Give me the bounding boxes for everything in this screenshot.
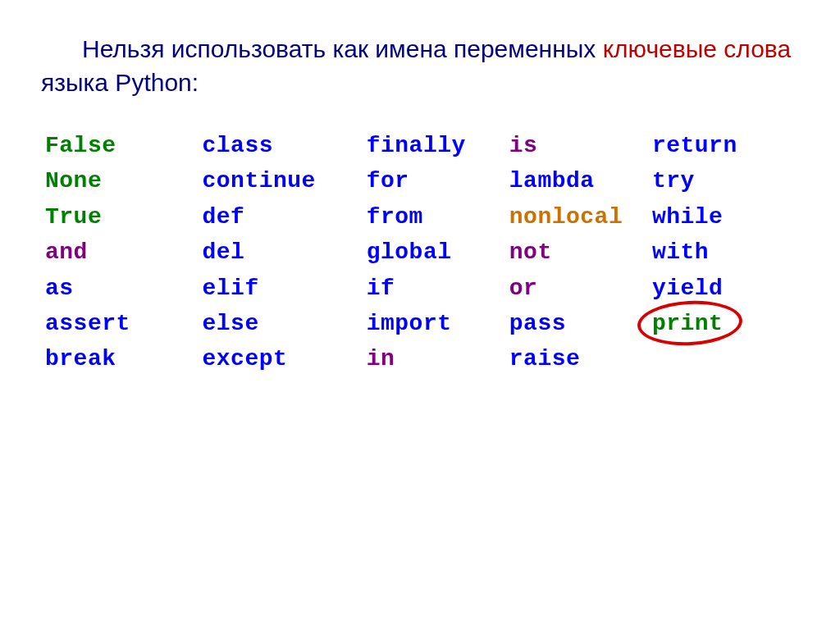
keyword-yield: yield (652, 271, 795, 306)
keyword-while: while (652, 199, 795, 235)
keyword-in: in (367, 341, 509, 376)
keyword-return: return (652, 128, 795, 163)
keyword-or: or (509, 271, 652, 306)
keyword-if: if (367, 271, 509, 306)
keyword-lambda: lambda (509, 163, 652, 198)
heading: Нельзя использовать как имена переменных… (41, 33, 799, 99)
keyword-False: False (45, 128, 203, 163)
keyword-column: classcontinuedefdelelifelseexcept (203, 128, 367, 377)
keyword-None: None (45, 163, 203, 198)
keyword-column: finallyforfromglobalifimportin (367, 128, 509, 377)
keyword-True: True (45, 199, 203, 235)
heading-part1: Нельзя использовать как имена переменных (82, 35, 603, 62)
keyword-column: FalseNoneTrueandasassertbreak (45, 128, 203, 377)
keyword-as: as (45, 271, 203, 306)
keyword-del: del (203, 235, 367, 270)
heading-keywords: ключевые слова (603, 35, 791, 62)
keyword-pass: pass (509, 306, 652, 341)
keyword-not: not (509, 235, 652, 270)
keyword-except: except (203, 341, 367, 376)
keyword-def: def (203, 199, 367, 235)
slide: Нельзя использовать как имена переменных… (0, 0, 840, 377)
keyword-column: returntrywhilewithyieldprint (652, 128, 795, 377)
keyword-break: break (45, 341, 203, 376)
keyword-column: islambdanonlocalnotorpassraise (509, 128, 652, 377)
keywords-grid: FalseNoneTrueandasassertbreakclasscontin… (41, 128, 799, 377)
keyword-and: and (45, 235, 203, 270)
heading-part3: языка Python: (41, 69, 199, 96)
keyword-finally: finally (367, 128, 509, 163)
keyword-import: import (367, 306, 509, 341)
keyword-is: is (509, 128, 652, 163)
keyword-else: else (203, 306, 367, 341)
keyword-assert: assert (45, 306, 203, 341)
keyword-continue: continue (203, 163, 367, 198)
keyword-class: class (203, 128, 367, 163)
keyword-with: with (652, 235, 795, 270)
keyword-try: try (652, 163, 795, 198)
keyword-global: global (367, 235, 509, 270)
circled-keyword: print (652, 306, 795, 341)
keyword-nonlocal: nonlocal (509, 199, 652, 235)
keyword-elif: elif (203, 271, 367, 306)
keyword-raise: raise (509, 341, 652, 376)
keyword-from: from (367, 199, 509, 235)
keyword-for: for (367, 163, 509, 198)
keyword-print: print (652, 311, 724, 336)
